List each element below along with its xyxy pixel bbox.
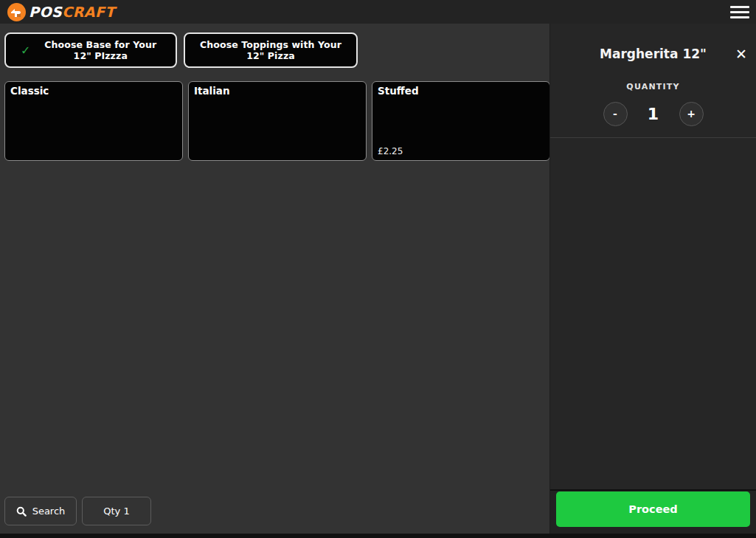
panel-body xyxy=(550,138,756,489)
logo-text: POSCRAFT xyxy=(29,4,115,20)
tab-label: Choose Base for Your 12" PIzzza xyxy=(41,39,161,61)
logo-craft: CRAFT xyxy=(62,4,115,20)
panel-title: Margherita 12" xyxy=(600,46,707,61)
item-panel: Margherita 12" ✕ QUANTITY - 1 + Proceed xyxy=(549,24,756,534)
option-name: Stuffed xyxy=(378,85,544,97)
logo: POSCRAFT xyxy=(7,2,115,22)
qty-button[interactable]: Qty 1 xyxy=(82,497,151,525)
proceed-button[interactable]: Proceed xyxy=(556,492,750,527)
quantity-stepper: - 1 + xyxy=(550,102,756,126)
app-root: POSCRAFT ✓ Choose Base for Your 12" PIzz… xyxy=(0,0,756,538)
close-icon[interactable]: ✕ xyxy=(735,47,747,61)
search-button[interactable]: Search xyxy=(4,497,77,525)
option-name: Italian xyxy=(194,85,361,97)
option-name: Classic xyxy=(10,85,177,97)
logo-pos: POS xyxy=(29,4,62,20)
bottom-strip xyxy=(0,534,756,538)
panel-header: Margherita 12" ✕ xyxy=(550,43,756,65)
panel-footer: Proceed xyxy=(550,489,756,534)
search-label: Search xyxy=(32,506,66,517)
tab-label: Choose Toppings with Your 12" Pizza xyxy=(200,39,341,61)
main-area: ✓ Choose Base for Your 12" PIzzza Choose… xyxy=(0,24,549,534)
search-icon xyxy=(16,506,27,517)
option-card-stuffed[interactable]: Stuffed £2.25 xyxy=(372,81,550,161)
decrease-button[interactable]: - xyxy=(603,102,628,126)
tab-choose-base[interactable]: ✓ Choose Base for Your 12" PIzzza xyxy=(4,32,177,68)
option-price: £2.25 xyxy=(378,146,403,156)
content: ✓ Choose Base for Your 12" PIzzza Choose… xyxy=(0,24,756,534)
option-card-italian[interactable]: Italian xyxy=(188,81,367,161)
increase-button[interactable]: + xyxy=(679,102,704,126)
bottom-toolbar: Search Qty 1 xyxy=(4,497,151,525)
hamburger-menu-icon[interactable] xyxy=(730,6,749,18)
option-grid: Classic Italian Stuffed £2.25 xyxy=(4,81,550,161)
step-tabs: ✓ Choose Base for Your 12" PIzzza Choose… xyxy=(4,32,358,68)
quantity-value: 1 xyxy=(646,105,661,123)
quantity-label: QUANTITY xyxy=(550,82,756,92)
topbar: POSCRAFT xyxy=(0,0,756,24)
tab-choose-toppings[interactable]: Choose Toppings with Your 12" Pizza xyxy=(184,32,358,68)
qty-label: Qty 1 xyxy=(103,506,129,517)
check-icon: ✓ xyxy=(21,44,31,58)
logo-icon xyxy=(7,2,27,22)
option-card-classic[interactable]: Classic xyxy=(4,81,183,161)
